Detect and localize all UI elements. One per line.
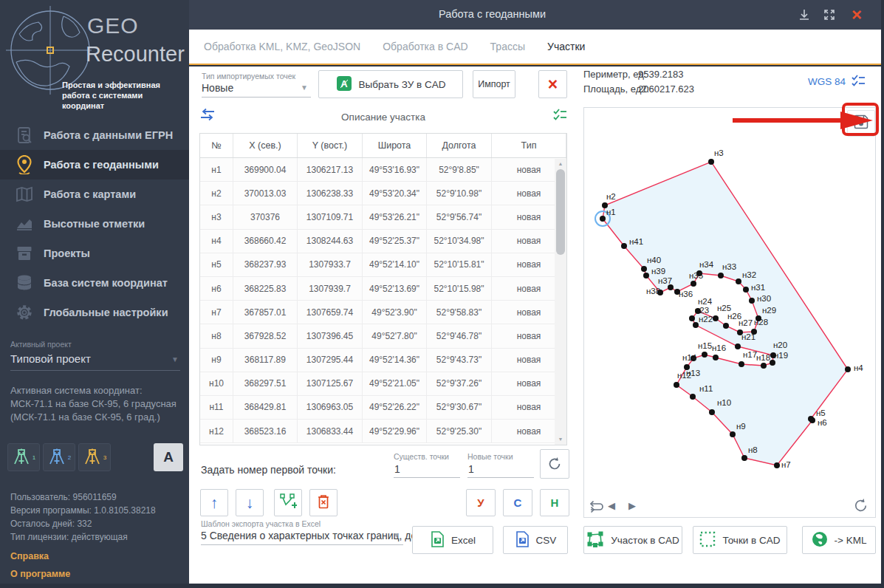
table-cell[interactable]: 49°52'29.96"	[363, 420, 427, 442]
table-cell[interactable]: 49°52'13.69"	[363, 277, 427, 300]
active-project-value[interactable]: Типовой проект ▼	[10, 352, 180, 371]
table-cell[interactable]: 49°52'21.05"	[363, 372, 427, 395]
active-project-dropdown[interactable]: Активный проект Типовой проект ▼	[10, 340, 180, 371]
sidebar-item-3[interactable]: Работа с картами	[0, 180, 189, 209]
map-refresh-icon[interactable]	[853, 498, 868, 516]
map-point-н23[interactable]	[689, 315, 695, 321]
tripod-1-button[interactable]: 1	[7, 443, 40, 471]
table-cell[interactable]: 369900.04	[233, 158, 298, 181]
download-icon[interactable]	[796, 7, 812, 23]
table-cell[interactable]: 49°53'26.21"	[363, 205, 427, 228]
table-cell[interactable]: 368523.16	[233, 420, 298, 442]
table-row[interactable]: н8367928.521307396.4549°52'7.80"52°9'46.…	[200, 324, 566, 348]
map-point-н18[interactable]	[761, 363, 767, 369]
about-link[interactable]: О программе	[10, 569, 70, 579]
map-point-н27[interactable]	[737, 329, 743, 335]
table-cell[interactable]: н9	[200, 349, 233, 372]
crs-checklist-icon[interactable]	[851, 74, 866, 90]
table-cell[interactable]: 52°9'37.26"	[427, 372, 492, 395]
map-point-н26[interactable]	[723, 323, 729, 329]
existing-points-input[interactable]: 1	[394, 463, 400, 475]
add-point-button[interactable]	[274, 489, 302, 516]
map-point-н15[interactable]	[702, 352, 707, 358]
table-cell[interactable]: 367928.52	[233, 324, 298, 347]
table-cell[interactable]: 1308244.63	[298, 230, 363, 253]
table-row[interactable]: н2370013.031306238.3349°53'20.34"52°9'10…	[200, 182, 566, 205]
sidebar-item-7[interactable]: Глобальные настройки	[0, 298, 189, 327]
reverse-direction-icon[interactable]	[589, 500, 605, 516]
import-button[interactable]: Импорт	[473, 70, 515, 98]
map-point-н22[interactable]	[693, 322, 699, 328]
map-point-н40[interactable]	[641, 266, 647, 272]
table-cell[interactable]: 1306963.05	[298, 396, 363, 419]
map-point-н2[interactable]	[602, 202, 608, 208]
table-cell[interactable]: 52°9'30.67"	[427, 396, 492, 419]
help-link[interactable]: Справка	[10, 551, 49, 561]
table-cell[interactable]: 1307125.67	[298, 372, 363, 395]
tripod-2-button[interactable]: 2	[43, 443, 75, 471]
table-cell[interactable]: н1	[200, 158, 233, 181]
table-row[interactable]: н9368117.891307295.4449°52'14.36"52°9'43…	[200, 349, 566, 372]
table-row[interactable]: н5368237.931307933.749°52'14.10"52°10'15…	[200, 253, 566, 277]
column-header[interactable]: Y (вост.)	[298, 134, 363, 157]
table-cell[interactable]: н8	[200, 324, 233, 347]
table-cell[interactable]: 52°10'15.98"	[427, 277, 492, 300]
point-types-checklist-icon[interactable]	[552, 108, 567, 124]
table-cell[interactable]: 368117.89	[233, 349, 298, 372]
column-header[interactable]: X (сев.)	[233, 134, 298, 157]
table-cell[interactable]: 52°9'10.98"	[427, 182, 492, 205]
sidebar-item-5[interactable]: Проекты	[0, 239, 189, 268]
save-image-button[interactable]	[847, 110, 875, 137]
table-cell[interactable]: 1306833.44	[298, 420, 363, 442]
map-point-н20[interactable]	[770, 352, 776, 358]
export-kml-button[interactable]: -> KML	[802, 526, 876, 554]
table-row[interactable]: н4368660.421308244.6349°52'25.37"52°10'3…	[200, 230, 566, 253]
move-down-button[interactable]: ↓	[236, 489, 264, 516]
map-point-н21[interactable]	[735, 343, 741, 349]
export-csv-button[interactable]: CSV	[503, 526, 568, 554]
map-point-н33[interactable]	[718, 273, 724, 278]
table-cell[interactable]: 368237.93	[233, 253, 298, 276]
table-cell[interactable]: 1307295.44	[298, 349, 363, 372]
map-point-н29[interactable]	[755, 315, 761, 321]
table-cell[interactable]: 1307396.45	[298, 324, 363, 347]
expand-icon[interactable]	[821, 7, 837, 23]
table-cell[interactable]: 49°52'14.36"	[363, 349, 427, 372]
letter-u-button[interactable]: У	[466, 489, 496, 516]
sidebar-item-6[interactable]: База систем координат	[0, 268, 189, 298]
renumber-refresh-button[interactable]	[540, 449, 569, 479]
table-cell[interactable]: 52°10'15.81"	[427, 253, 492, 276]
delete-points-button[interactable]	[309, 489, 338, 516]
table-cell[interactable]: 49°52'25.37"	[363, 230, 427, 253]
tab-2[interactable]: Обработка в CAD	[383, 41, 467, 52]
column-header[interactable]: Широта	[363, 134, 427, 157]
select-zu-cad-button[interactable]: A Выбрать ЗУ в CAD	[318, 70, 463, 98]
scrollbar-thumb[interactable]	[556, 169, 565, 255]
table-cell[interactable]: н6	[200, 277, 233, 300]
map-point-н1[interactable]	[600, 216, 606, 222]
sidebar-item-4[interactable]: Высотные отметки	[0, 209, 189, 239]
table-cell[interactable]: 1307933.7	[298, 253, 363, 276]
map-point-н25[interactable]	[713, 315, 719, 321]
import-type-dropdown[interactable]: Новые ▼	[202, 82, 311, 98]
table-cell[interactable]: 368660.42	[233, 230, 298, 253]
table-row[interactable]: н10368297.511307125.6749°52'21.05"52°9'3…	[200, 372, 566, 396]
table-cell[interactable]: 52°9'8.85"	[427, 158, 492, 181]
table-row[interactable]: н6368225.831307939.749°52'13.69"52°10'15…	[200, 277, 566, 301]
table-cell[interactable]: н10	[200, 372, 233, 395]
table-cell[interactable]: 52°9'56.74"	[427, 205, 492, 228]
table-cell[interactable]: 1307109.71	[298, 205, 363, 228]
table-row[interactable]: н12368523.161306833.4449°52'29.96"52°9'2…	[200, 420, 566, 443]
map-point-н11[interactable]	[690, 394, 696, 400]
table-cell[interactable]: 368225.83	[233, 277, 298, 300]
letter-s-button[interactable]: С	[503, 489, 532, 516]
table-cell[interactable]: 1306217.13	[298, 158, 363, 181]
map-point-н9[interactable]	[730, 431, 736, 437]
map-point-н32[interactable]	[736, 278, 741, 284]
table-cell[interactable]: 1306238.33	[298, 182, 363, 205]
map-point-н19[interactable]	[770, 360, 775, 366]
map-point-н41[interactable]	[621, 243, 627, 249]
map-point-н31[interactable]	[743, 287, 749, 293]
scroll-up-icon[interactable]: ▲	[555, 159, 566, 169]
plot-to-cad-button[interactable]: Участок в CAD	[583, 526, 682, 554]
